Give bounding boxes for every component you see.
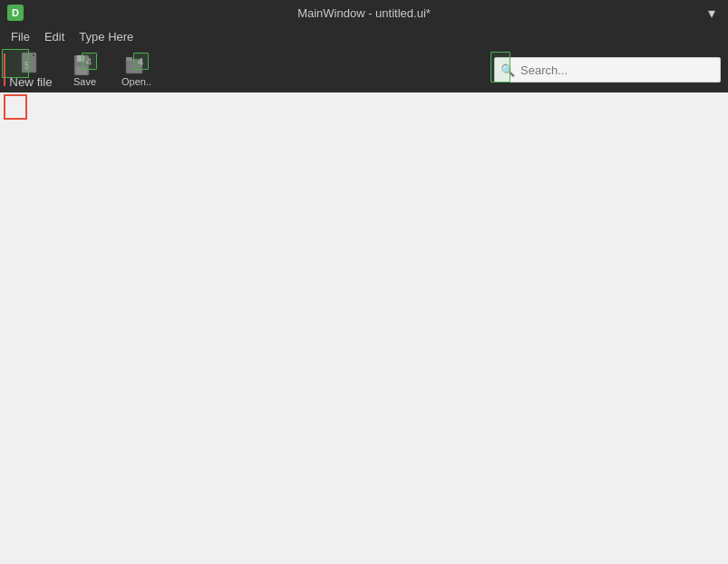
title-bar-controls: ▾	[703, 3, 721, 24]
open-icon: 4	[125, 53, 149, 74]
new-file-button[interactable]: 5 New file	[4, 50, 58, 90]
canvas-area	[0, 92, 728, 564]
open-button[interactable]: 4 Open..	[112, 50, 161, 90]
menu-bar: File Edit Type Here	[0, 25, 728, 47]
menu-item-type-here[interactable]: Type Here	[72, 28, 141, 45]
main-window: D MainWindow - untitled.ui* ▾ File Edit …	[0, 0, 728, 564]
title-bar-dropdown-icon[interactable]: ▾	[703, 3, 721, 24]
title-bar-left: D	[7, 5, 24, 21]
window-title: MainWindow - untitled.ui*	[297, 6, 431, 20]
title-bar: D MainWindow - untitled.ui* ▾	[0, 0, 728, 25]
search-box: 🔍	[494, 57, 721, 83]
menu-item-edit[interactable]: Edit	[37, 28, 72, 45]
toolbar: 5 New file 4 Save	[0, 47, 728, 92]
search-input[interactable]	[520, 63, 720, 77]
new-file-icon: 5	[21, 52, 41, 75]
menu-item-file[interactable]: File	[4, 28, 37, 45]
red-selection-box	[4, 94, 27, 120]
save-button[interactable]: 4 Save	[60, 50, 110, 90]
search-container: 4 🔍	[494, 57, 724, 83]
new-file-label: New file	[9, 75, 52, 89]
search-icon: 🔍	[495, 60, 520, 81]
save-icon: 4	[73, 53, 97, 74]
svg-text:5: 5	[24, 61, 30, 71]
svg-rect-8	[126, 57, 132, 61]
app-icon: D	[7, 5, 24, 21]
